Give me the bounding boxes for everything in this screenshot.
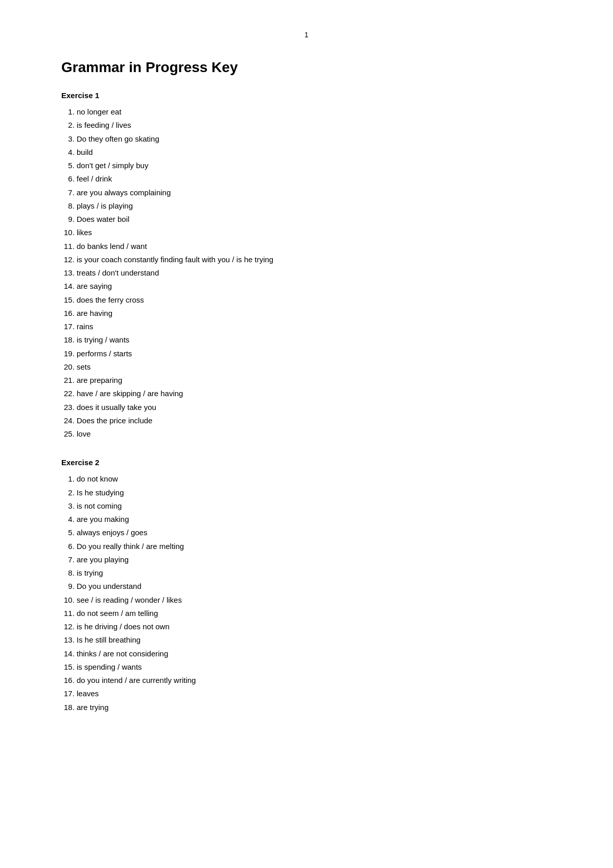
list-item: treats / don't understand	[77, 267, 552, 279]
list-item: Does the price include	[77, 415, 552, 426]
list-item: is feeding / lives	[77, 119, 552, 131]
list-item: performs / starts	[77, 348, 552, 359]
list-item: Do you understand	[77, 580, 552, 592]
list-item: no longer eat	[77, 106, 552, 118]
list-item: is he driving / does not own	[77, 621, 552, 632]
list-item: do you intend / are currently writing	[77, 674, 552, 686]
list-item: sets	[77, 361, 552, 373]
list-item: are preparing	[77, 374, 552, 386]
list-item: feel / drink	[77, 173, 552, 185]
list-item: are saying	[77, 280, 552, 292]
main-title: Grammar in Progress Key	[61, 59, 552, 76]
list-item: is not coming	[77, 500, 552, 512]
list-item: are having	[77, 307, 552, 319]
list-item: don't get / simply buy	[77, 159, 552, 171]
exercise-list-1: no longer eatis feeding / livesDo they o…	[61, 106, 552, 440]
list-item: is your coach constantly finding fault w…	[77, 254, 552, 265]
list-item: always enjoys / goes	[77, 527, 552, 538]
exercise-list-2: do not knowIs he studyingis not comingar…	[61, 473, 552, 713]
list-item: build	[77, 146, 552, 158]
list-item: is trying / wants	[77, 334, 552, 346]
exercise-title-1: Exercise 1	[61, 91, 552, 100]
list-item: plays / is playing	[77, 200, 552, 212]
list-item: does the ferry cross	[77, 294, 552, 306]
list-item: are you playing	[77, 554, 552, 565]
list-item: does it usually take you	[77, 401, 552, 413]
list-item: have / are skipping / are having	[77, 387, 552, 399]
list-item: Does water boil	[77, 213, 552, 225]
list-item: is trying	[77, 567, 552, 579]
list-item: leaves	[77, 688, 552, 699]
list-item: Do they often go skating	[77, 133, 552, 145]
list-item: rains	[77, 321, 552, 332]
list-item: Is he still breathing	[77, 634, 552, 646]
list-item: do not seem / am telling	[77, 607, 552, 619]
list-item: love	[77, 428, 552, 440]
list-item: likes	[77, 226, 552, 238]
list-item: thinks / are not considering	[77, 648, 552, 659]
list-item: Do you really think / are melting	[77, 540, 552, 552]
list-item: do banks lend / want	[77, 240, 552, 252]
exercise-section-1: Exercise 1no longer eatis feeding / live…	[61, 91, 552, 440]
list-item: Is he studying	[77, 487, 552, 498]
list-item: is spending / wants	[77, 661, 552, 673]
list-item: are you making	[77, 513, 552, 525]
exercise-title-2: Exercise 2	[61, 458, 552, 467]
page-number: 1	[61, 31, 552, 39]
list-item: are you always complaining	[77, 187, 552, 198]
list-item: do not know	[77, 473, 552, 485]
exercise-section-2: Exercise 2do not knowIs he studyingis no…	[61, 458, 552, 713]
list-item: see / is reading / wonder / likes	[77, 594, 552, 606]
list-item: are trying	[77, 701, 552, 713]
